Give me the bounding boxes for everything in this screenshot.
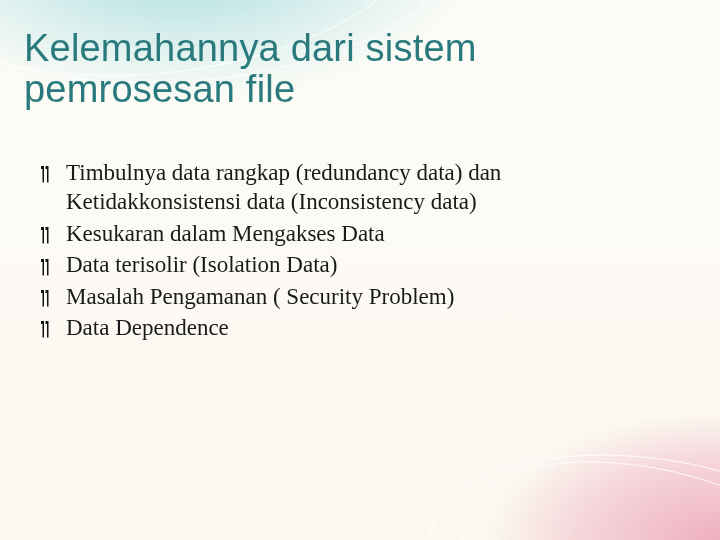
list-item-text: Data terisolir (Isolation Data) (66, 252, 337, 277)
bullet-list: ༎ Timbulnya data rangkap (redundancy dat… (38, 158, 660, 345)
list-item: ༎ Timbulnya data rangkap (redundancy dat… (38, 158, 660, 217)
bullet-icon: ༎ (38, 314, 50, 345)
decorative-swirl (443, 430, 720, 540)
decorative-swirl (415, 428, 720, 540)
list-item-text: Kesukaran dalam Mengakses Data (66, 221, 385, 246)
list-item: ༎ Data terisolir (Isolation Data) (38, 250, 660, 279)
bullet-icon: ༎ (38, 159, 50, 190)
bullet-icon: ༎ (38, 220, 50, 251)
list-item: ༎ Kesukaran dalam Mengakses Data (38, 219, 660, 248)
slide-title: Kelemahannya dari sistem pemrosesan file (24, 28, 690, 110)
list-item-text: Timbulnya data rangkap (redundancy data)… (66, 160, 501, 214)
list-item-text: Masalah Pengamanan ( Security Problem) (66, 284, 454, 309)
list-item: ༎ Data Dependence (38, 313, 660, 342)
list-item-text: Data Dependence (66, 315, 229, 340)
slide: Kelemahannya dari sistem pemrosesan file… (0, 0, 720, 540)
bullet-icon: ༎ (38, 283, 50, 314)
bullet-icon: ༎ (38, 252, 50, 283)
list-item: ༎ Masalah Pengamanan ( Security Problem) (38, 282, 660, 311)
